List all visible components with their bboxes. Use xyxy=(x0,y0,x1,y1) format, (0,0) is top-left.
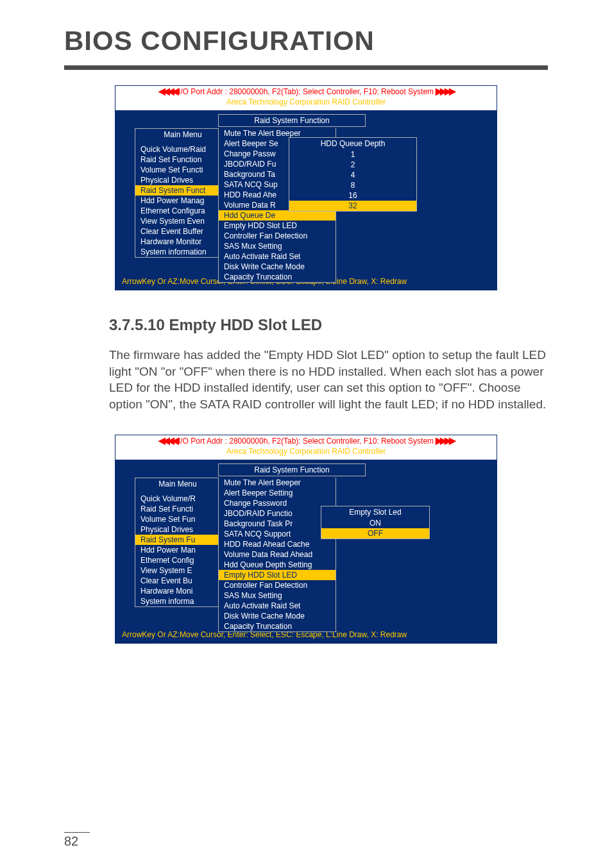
main-menu-title: Main Menu xyxy=(135,129,230,140)
popup-option[interactable]: ON xyxy=(321,518,429,528)
bios-header: ◀◀◀◀ I/O Port Addr : 28000000h, F2(Tab):… xyxy=(115,86,497,97)
menu-item[interactable]: System information xyxy=(135,247,230,257)
func-item[interactable]: Mute The Alert Beeper xyxy=(219,478,336,488)
menu-item[interactable]: Volume Set Fun xyxy=(135,514,220,524)
menu-item[interactable]: Volume Set Functi xyxy=(135,165,230,175)
func-item[interactable]: SATA NCQ Support xyxy=(219,529,336,539)
menu-item[interactable]: View System Even xyxy=(135,216,230,226)
func-item[interactable]: SAS Mux Setting xyxy=(219,590,336,601)
func-item[interactable]: Disk Write Cache Mode xyxy=(219,262,336,272)
menu-item[interactable]: View System E xyxy=(135,565,220,576)
page-title: BIOS CONFIGURATION xyxy=(64,26,548,63)
bios-screenshot-2: ◀◀◀◀ I/O Port Addr : 28000000h, F2(Tab):… xyxy=(115,435,497,644)
section-title: Empty HDD Slot LED xyxy=(169,316,322,333)
menu-item-selected[interactable]: Raid System Fu xyxy=(135,535,220,545)
popup-option-selected[interactable]: 32 xyxy=(289,201,416,211)
page-number: 82 xyxy=(64,832,90,849)
popup-title: Empty Slot Led xyxy=(321,506,429,518)
bios-subheader: Areca Technology Corporation RAID Contro… xyxy=(115,447,497,460)
menu-item[interactable]: Ethernet Config xyxy=(135,555,220,565)
func-item[interactable]: Controller Fan Detection xyxy=(219,231,336,241)
popup-empty-slot-led: Empty Slot Led ON OFF xyxy=(321,506,430,539)
func-item[interactable]: HDD Read Ahead Cache xyxy=(219,539,336,549)
raid-function-title: Raid System Function xyxy=(219,464,365,476)
section-number: 3.7.5.10 xyxy=(109,316,165,333)
menu-item[interactable]: Quick Volume/Raid xyxy=(135,144,230,154)
menu-item[interactable]: Hdd Power Manag xyxy=(135,196,230,206)
menu-item[interactable]: Raid Set Functi xyxy=(135,504,220,514)
raid-function-title-panel: Raid System Function xyxy=(218,463,366,476)
arrow-left-icon: ◀◀◀◀ xyxy=(158,86,176,96)
bios-screenshot-1: ◀◀◀◀ I/O Port Addr : 28000000h, F2(Tab):… xyxy=(115,85,497,290)
popup-option[interactable]: 16 xyxy=(289,190,416,201)
bios-header: ◀◀◀◀ I/O Port Addr : 28000000h, F2(Tab):… xyxy=(115,435,497,447)
func-item[interactable]: Capacity Truncation xyxy=(219,272,336,282)
func-item-selected[interactable]: Empty HDD Slot LED xyxy=(219,570,336,580)
menu-item[interactable]: Hardware Monitor xyxy=(135,237,230,247)
popup-option[interactable]: 1 xyxy=(289,149,416,160)
arrow-right-icon: ▶▶▶▶ xyxy=(436,435,454,446)
func-item[interactable]: Change Password xyxy=(219,498,336,508)
menu-item[interactable]: Clear Event Bu xyxy=(135,576,220,586)
menu-item[interactable]: Clear Event Buffer xyxy=(135,226,230,237)
raid-function-title: Raid System Function xyxy=(219,115,365,126)
popup-hdd-queue-depth: HDD Queue Depth 1 2 4 8 16 32 xyxy=(289,137,417,212)
bios-body: Raid System Function Main Menu Quick Vol… xyxy=(115,110,497,274)
menu-item[interactable]: Physical Drives xyxy=(135,175,230,185)
func-item[interactable]: JBOD/RAID Functio xyxy=(219,508,336,519)
popup-option[interactable]: 4 xyxy=(289,170,416,180)
main-menu-title: Main Menu xyxy=(135,478,220,490)
menu-item[interactable]: Quick Volume/R xyxy=(135,494,220,504)
section-body: The firmware has added the "Empty HDD Sl… xyxy=(109,347,548,413)
bios-header-text: I/O Port Addr : 28000000h, F2(Tab): Sele… xyxy=(178,87,434,96)
section-heading: 3.7.5.10 Empty HDD Slot LED xyxy=(109,316,548,334)
arrow-left-icon: ◀◀◀◀ xyxy=(158,435,176,446)
arrow-right-icon: ▶▶▶▶ xyxy=(436,86,454,96)
func-item-selected[interactable]: Hdd Queue De xyxy=(219,210,336,221)
raid-function-title-panel: Raid System Function xyxy=(218,114,366,127)
function-list-panel: Mute The Alert Beeper Alert Beeper Setti… xyxy=(218,478,336,632)
func-item[interactable]: Auto Activate Raid Set xyxy=(219,601,336,611)
popup-option[interactable]: 8 xyxy=(289,180,416,190)
func-item[interactable]: Background Task Pr xyxy=(219,519,336,529)
func-item[interactable]: Alert Beeper Setting xyxy=(219,488,336,498)
func-item[interactable]: Volume Data Read Ahead xyxy=(219,549,336,560)
func-item[interactable]: Empty HDD Slot LED xyxy=(219,221,336,231)
popup-option[interactable]: 2 xyxy=(289,160,416,170)
bios-header-text: I/O Port Addr : 28000000h, F2(Tab): Sele… xyxy=(178,437,434,446)
popup-option-selected[interactable]: OFF xyxy=(321,528,429,538)
bios-body: Raid System Function Main Menu Quick Vol… xyxy=(115,460,497,628)
menu-item[interactable]: Raid Set Function xyxy=(135,154,230,165)
menu-item[interactable]: Hdd Power Man xyxy=(135,545,220,555)
menu-item-selected[interactable]: Raid System Funct xyxy=(135,185,230,196)
menu-item[interactable]: System informa xyxy=(135,596,220,606)
func-item[interactable]: Hdd Queue Depth Setting xyxy=(219,560,336,570)
func-item[interactable]: Auto Activate Raid Set xyxy=(219,251,336,262)
menu-item[interactable]: Hardware Moni xyxy=(135,586,220,596)
menu-item[interactable]: Physical Drives xyxy=(135,524,220,535)
func-item[interactable]: Controller Fan Detection xyxy=(219,580,336,590)
popup-title: HDD Queue Depth xyxy=(289,138,416,149)
menu-item[interactable]: Ethernet Configura xyxy=(135,206,230,216)
func-item[interactable]: Disk Write Cache Mode xyxy=(219,611,336,621)
main-menu-panel: Main Menu Quick Volume/Raid Raid Set Fun… xyxy=(135,128,231,258)
main-menu-panel: Main Menu Quick Volume/R Raid Set Functi… xyxy=(135,478,221,607)
func-item[interactable]: Capacity Truncation xyxy=(219,621,336,631)
title-rule-thin xyxy=(64,69,548,70)
bios-subheader: Areca Technology Corporation RAID Contro… xyxy=(115,97,497,110)
func-item[interactable]: SAS Mux Setting xyxy=(219,241,336,251)
